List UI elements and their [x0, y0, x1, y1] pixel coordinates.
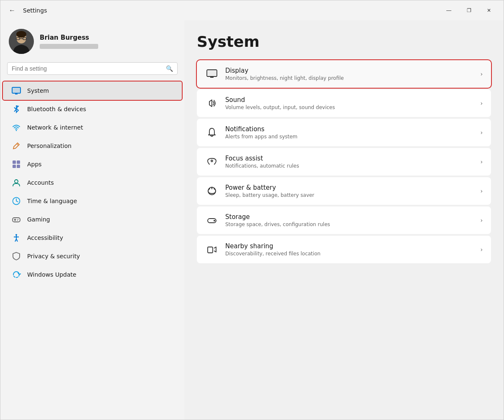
apps-icon: [11, 159, 21, 169]
maximize-button[interactable]: ❐: [459, 4, 479, 17]
settings-item-display[interactable]: Display Monitors, brightness, night ligh…: [197, 60, 491, 88]
nav-personalization[interactable]: Personalization: [3, 137, 182, 155]
search-box[interactable]: 🔍: [7, 62, 178, 75]
search-icon: 🔍: [166, 65, 173, 72]
title-bar-title: Settings: [23, 7, 47, 14]
power-text: Power & battery Sleep, battery usage, ba…: [225, 184, 473, 198]
title-bar-left: ← Settings: [5, 4, 47, 17]
sound-chevron: ›: [480, 100, 483, 107]
svg-line-29: [16, 239, 18, 242]
settings-item-sound[interactable]: Sound Volume levels, output, input, soun…: [197, 89, 491, 117]
power-chevron: ›: [480, 188, 483, 194]
avatar: [9, 29, 34, 54]
nav-gaming[interactable]: Gaming: [3, 210, 182, 229]
storage-chevron: ›: [480, 217, 483, 224]
clock-icon: [11, 196, 21, 206]
svg-rect-14: [13, 165, 16, 168]
settings-item-storage[interactable]: Storage Storage space, drives, configura…: [197, 206, 491, 234]
user-info: Brian Burgess: [40, 34, 98, 49]
display-chevron: ›: [480, 71, 483, 77]
focus-text: Focus assist Notifications, automatic ru…: [225, 155, 473, 169]
back-button[interactable]: ←: [5, 4, 19, 17]
nav-accessibility[interactable]: Accessibility: [3, 229, 182, 247]
nav-accounts-label: Accounts: [27, 179, 54, 186]
settings-item-notifications[interactable]: Notifications Alerts from apps and syste…: [197, 119, 491, 146]
accessibility-icon: [11, 233, 21, 243]
nav-time[interactable]: Time & language: [3, 192, 182, 210]
svg-point-35: [211, 160, 213, 162]
nav-windows-update[interactable]: Windows Update: [3, 265, 182, 284]
nearby-icon: [205, 243, 219, 256]
nav-privacy[interactable]: Privacy & security: [3, 247, 182, 265]
minimize-button[interactable]: —: [439, 4, 458, 17]
settings-item-power[interactable]: Power & battery Sleep, battery usage, ba…: [197, 177, 491, 205]
nav-privacy-label: Privacy & security: [27, 253, 80, 260]
notifications-desc: Alerts from apps and system: [225, 134, 473, 140]
storage-title: Storage: [225, 213, 473, 221]
svg-point-16: [15, 180, 18, 183]
page-title: System: [197, 33, 491, 50]
brush-icon: [11, 141, 21, 151]
svg-rect-40: [208, 247, 213, 253]
user-email-bar: [40, 44, 98, 49]
notifications-icon: [205, 126, 219, 139]
nav-system-label: System: [27, 87, 49, 94]
svg-point-10: [16, 130, 17, 131]
nav-system[interactable]: System: [3, 81, 182, 100]
nav-accounts[interactable]: Accounts: [3, 173, 182, 192]
display-title: Display: [225, 67, 473, 74]
sound-desc: Volume levels, output, input, sound devi…: [225, 104, 473, 110]
svg-rect-20: [13, 218, 20, 222]
search-input[interactable]: [12, 65, 163, 72]
svg-rect-7: [13, 88, 20, 93]
settings-window: ← Settings — ❐ ✕: [0, 0, 504, 420]
nav-personalization-label: Personalization: [27, 143, 71, 149]
gamepad-icon: [11, 214, 21, 224]
svg-point-23: [18, 219, 18, 220]
system-icon: [11, 86, 21, 96]
person-icon: [11, 178, 21, 188]
bluetooth-icon: [11, 104, 21, 114]
shield-icon: [11, 251, 21, 261]
sound-text: Sound Volume levels, output, input, soun…: [225, 96, 473, 110]
svg-rect-13: [17, 160, 20, 164]
sound-title: Sound: [225, 96, 473, 104]
nav-apps[interactable]: Apps: [3, 155, 182, 173]
power-title: Power & battery: [225, 184, 473, 191]
nearby-chevron: ›: [480, 246, 483, 253]
notifications-chevron: ›: [480, 129, 483, 136]
power-desc: Sleep, battery usage, battery saver: [225, 192, 473, 198]
focus-title: Focus assist: [225, 155, 473, 162]
nav-gaming-label: Gaming: [27, 216, 50, 223]
nav-bluetooth-label: Bluetooth & devices: [27, 106, 86, 112]
nav-time-label: Time & language: [27, 198, 77, 204]
svg-rect-31: [207, 70, 216, 76]
focus-icon: [205, 155, 219, 168]
title-bar: ← Settings — ❐ ✕: [0, 0, 504, 20]
wifi-icon: [11, 122, 21, 132]
sound-icon: [205, 97, 219, 110]
settings-list: Display Monitors, brightness, night ligh…: [197, 60, 491, 263]
svg-point-2: [16, 31, 26, 38]
nav-bluetooth[interactable]: Bluetooth & devices: [3, 100, 182, 118]
nearby-desc: Discoverability, received files location: [225, 251, 473, 257]
settings-item-focus[interactable]: Focus assist Notifications, automatic ru…: [197, 148, 491, 176]
display-desc: Monitors, brightness, night light, displ…: [225, 75, 473, 81]
settings-item-nearby[interactable]: Nearby sharing Discoverability, received…: [197, 236, 491, 263]
focus-chevron: ›: [480, 158, 483, 165]
storage-text: Storage Storage space, drives, configura…: [225, 213, 473, 227]
svg-line-19: [16, 201, 18, 202]
svg-point-39: [214, 220, 215, 221]
svg-point-25: [15, 234, 17, 236]
display-icon: [205, 67, 219, 81]
nav-windows-update-label: Windows Update: [27, 271, 76, 278]
close-button[interactable]: ✕: [479, 4, 499, 17]
nav-network[interactable]: Network & internet: [3, 118, 182, 137]
nav-accessibility-label: Accessibility: [27, 234, 63, 241]
user-profile: Brian Burgess: [0, 25, 184, 62]
svg-marker-34: [209, 100, 212, 107]
svg-rect-15: [17, 165, 20, 168]
focus-desc: Notifications, automatic rules: [225, 163, 473, 169]
content-area: Brian Burgess 🔍 Sy: [0, 20, 504, 420]
svg-rect-12: [13, 160, 16, 164]
